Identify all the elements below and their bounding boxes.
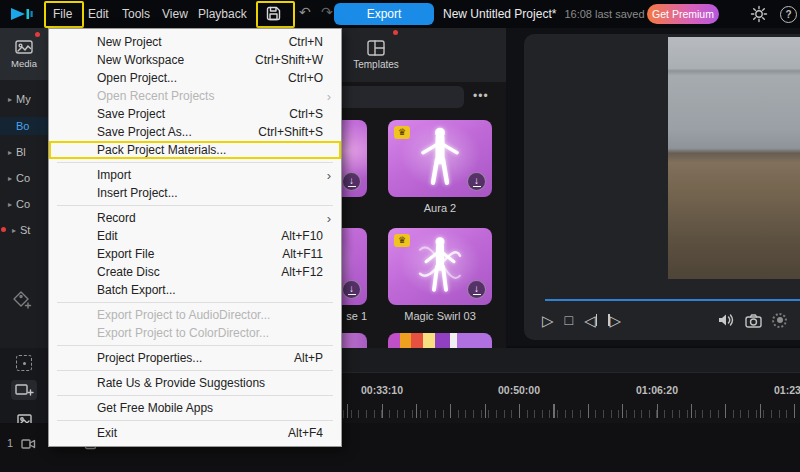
download-icon[interactable]: ↓	[342, 172, 361, 191]
dancer-figure	[418, 125, 462, 189]
download-icon[interactable]: ↓	[342, 280, 361, 299]
menu-item-import[interactable]: Import ›	[49, 166, 341, 184]
submenu-arrow-icon: ›	[327, 212, 331, 225]
export-button[interactable]: Export	[334, 3, 434, 25]
media-notification-dot	[35, 32, 40, 37]
redo-icon[interactable]: ↷	[321, 4, 333, 20]
file-menu-dropdown: New Project Ctrl+N New Workspace Ctrl+Sh…	[48, 28, 342, 447]
top-menu-bar: File Edit Tools View Playback ↶ ↷ Export…	[0, 0, 800, 28]
menu-separator	[57, 420, 333, 421]
sidebar-item-5[interactable]: ▸ St	[0, 221, 48, 239]
submenu-arrow-icon: ›	[327, 169, 331, 182]
next-frame-button[interactable]: ▷	[608, 313, 621, 328]
add-track-icon[interactable]	[11, 380, 37, 400]
caret-icon: ▸	[8, 200, 12, 209]
menu-item-save-project-as[interactable]: Save Project As... Ctrl+Shift+S	[49, 123, 341, 141]
download-icon[interactable]: ↓	[467, 172, 486, 191]
templates-icon	[367, 40, 385, 56]
caret-icon: ▸	[12, 226, 16, 235]
menu-item-project-properties[interactable]: Project Properties... Alt+P	[49, 349, 341, 367]
project-title: New Untitled Project*	[443, 7, 556, 21]
previous-frame-button[interactable]: ◁	[584, 313, 597, 328]
ruler-timestamp: 01:06:20	[622, 384, 692, 396]
ruler-timestamp: 00:50:00	[484, 384, 554, 396]
snapshot-camera-icon[interactable]	[745, 313, 762, 328]
menu-item-insert-project[interactable]: Insert Project...	[49, 184, 341, 202]
menu-separator	[57, 395, 333, 396]
thumbnail-label: Magic Swirl 03	[388, 310, 492, 322]
more-options-button[interactable]: •••	[473, 89, 489, 103]
menu-item-new-project[interactable]: New Project Ctrl+N	[49, 33, 341, 51]
menu-separator	[57, 345, 333, 346]
media-rooms-sidebar: Media ▸ My Bo ▸ Bl ▸ Co ▸ Co ▸ St	[0, 28, 48, 348]
app-window: Media ▸ My Bo ▸ Bl ▸ Co ▸ Co ▸ St	[0, 0, 800, 472]
menu-item-export-file[interactable]: Export File Alt+F11	[49, 245, 341, 263]
menu-item-save-project[interactable]: Save Project Ctrl+S	[49, 105, 341, 123]
menu-item-exit[interactable]: Exit Alt+F4	[49, 424, 341, 442]
menu-separator	[57, 370, 333, 371]
add-tag-icon[interactable]	[12, 290, 32, 310]
video-track-icon	[21, 437, 36, 450]
menu-item-new-workspace[interactable]: New Workspace Ctrl+Shift+W	[49, 51, 341, 69]
menu-item-open-project[interactable]: Open Project... Ctrl+O	[49, 69, 341, 87]
dancer-figure	[418, 233, 462, 297]
menubar-edit[interactable]: Edit	[88, 7, 109, 21]
get-premium-button[interactable]: Get Premium	[647, 4, 719, 24]
ruler-timestamp: 01:23:10	[760, 384, 800, 396]
menubar-playback[interactable]: Playback	[198, 7, 247, 21]
menu-item-export-to-audiodirector[interactable]: Export Project to AudioDirector...	[49, 306, 341, 324]
sidebar-item-selected[interactable]: Bo	[0, 117, 48, 135]
tab-media[interactable]: Media	[0, 28, 48, 80]
settings-gear-icon[interactable]	[750, 5, 768, 23]
playback-controls: ▷ □ ◁ ▷	[542, 308, 621, 332]
submenu-arrow-icon: ›	[327, 90, 331, 103]
menu-separator	[57, 205, 333, 206]
menubar-file[interactable]: File	[53, 7, 72, 21]
menu-separator	[57, 302, 333, 303]
help-icon[interactable]: ?	[780, 6, 797, 23]
stop-button[interactable]: □	[565, 313, 573, 327]
premium-crown-icon: ♛	[394, 126, 410, 139]
play-button[interactable]: ▷	[542, 313, 554, 328]
download-icon[interactable]: ↓	[467, 280, 486, 299]
preview-inner: ▷ □ ◁ ▷	[524, 34, 800, 340]
tab-templates[interactable]: Templates	[336, 30, 416, 80]
template-thumbnail-magic-swirl[interactable]: ♛ ↓	[388, 228, 492, 305]
caret-icon: ▸	[8, 174, 12, 183]
volume-icon[interactable]	[718, 312, 735, 328]
ruler-timestamp: 00:33:10	[347, 384, 417, 396]
seek-bar[interactable]	[545, 299, 800, 301]
premium-crown-icon: ♛	[394, 234, 410, 247]
selection-tool-icon[interactable]	[14, 353, 34, 373]
menu-item-open-recent-projects[interactable]: Open Recent Projects ›	[49, 87, 341, 105]
menu-item-create-disc[interactable]: Create Disc Alt+F12	[49, 263, 341, 281]
thumbnail-label: Aura 2	[388, 202, 492, 214]
menu-item-record[interactable]: Record ›	[49, 209, 341, 227]
menu-item-batch-export[interactable]: Batch Export...	[49, 281, 341, 299]
menu-item-export-to-colordirector[interactable]: Export Project to ColorDirector...	[49, 324, 341, 342]
template-thumbnail-aura2[interactable]: ♛ ↓	[388, 120, 492, 197]
preview-tools	[718, 308, 787, 332]
menubar-tools[interactable]: Tools	[122, 7, 150, 21]
menubar-view[interactable]: View	[162, 7, 188, 21]
menu-item-edit[interactable]: Edit Alt+F10	[49, 227, 341, 245]
app-logo	[9, 5, 37, 23]
preview-quality-icon[interactable]	[772, 313, 787, 328]
menu-item-rate-us[interactable]: Rate Us & Provide Suggestions	[49, 374, 341, 392]
video-preview	[668, 37, 800, 279]
sidebar-item-my-media[interactable]: ▸ My	[0, 90, 48, 108]
sidebar-item-3[interactable]: ▸ Co	[0, 169, 48, 187]
sidebar-item-2[interactable]: ▸ Bl	[0, 143, 48, 161]
menu-separator	[57, 162, 333, 163]
track-number: 1	[7, 437, 13, 449]
menu-item-get-free-mobile-apps[interactable]: Get Free Mobile Apps	[49, 399, 341, 417]
sidebar-item-4[interactable]: ▸ Co	[0, 195, 48, 213]
save-icon[interactable]	[266, 6, 281, 21]
preview-panel: ▷ □ ◁ ▷	[506, 28, 800, 346]
media-icon	[15, 39, 33, 55]
menu-item-pack-project-materials[interactable]: Pack Project Materials...	[49, 141, 341, 159]
notification-dot	[1, 227, 6, 232]
template-thumbnail[interactable]	[388, 333, 492, 348]
project-title-area: New Untitled Project* 16:08 last saved	[443, 0, 645, 28]
undo-icon[interactable]: ↶	[299, 4, 311, 20]
